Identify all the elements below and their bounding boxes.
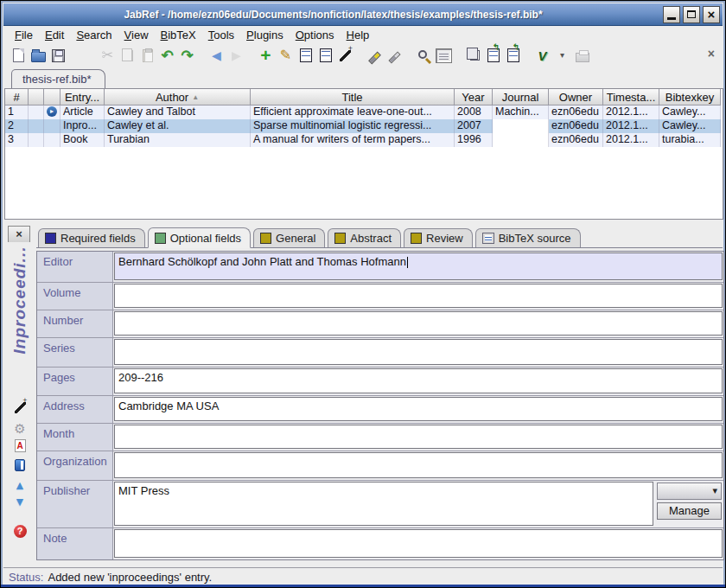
move-down-icon[interactable]: ▼ <box>3 495 36 508</box>
mark-entries-icon[interactable] <box>366 47 384 65</box>
edit-entry-icon[interactable]: ✎ <box>277 47 295 65</box>
undo-icon[interactable]: ↶ <box>158 47 176 65</box>
save-database-icon[interactable] <box>49 47 67 65</box>
edit-strings-icon[interactable] <box>316 47 334 65</box>
table-row[interactable]: 2Inpro...Cawley et al.Sparse multinomial… <box>5 119 723 133</box>
menu-item-view[interactable]: View <box>118 28 155 42</box>
editor-close-button[interactable]: × <box>8 226 30 242</box>
open-database-icon[interactable] <box>29 47 48 65</box>
menu-item-options[interactable]: Options <box>290 28 341 42</box>
save-database-as-icon[interactable] <box>69 47 87 65</box>
field-row-organization: Organization <box>37 451 723 481</box>
tab-review[interactable]: Review <box>404 228 473 247</box>
field-input-volume[interactable] <box>114 284 723 308</box>
generate-key-wand-icon[interactable] <box>3 400 36 415</box>
sort-asc-icon: ▲ <box>192 93 199 101</box>
table-header-row: #Entry...Author▲TitleYearJournalOwnerTim… <box>5 89 723 105</box>
field-input-series[interactable] <box>114 339 723 365</box>
column-header-Timesta...[interactable]: Timesta... <box>603 89 659 105</box>
move-up-icon[interactable]: ▲ <box>3 478 36 492</box>
unmark-entries-icon[interactable] <box>385 47 404 65</box>
file-tab[interactable]: thesis-ref.bib* <box>11 69 105 88</box>
field-row-address: AddressCambridge MA USA <box>37 396 723 424</box>
tab-optional-fields[interactable]: Optional fields <box>148 227 251 248</box>
menu-item-search[interactable]: Search <box>70 28 118 42</box>
column-header-Title[interactable]: Title <box>251 89 455 105</box>
forward-icon[interactable]: ▶ <box>227 47 245 65</box>
cut-icon[interactable]: ✂ <box>99 47 117 65</box>
tab-required-fields[interactable]: Required fields <box>38 228 145 247</box>
menu-item-edit[interactable]: Edit <box>39 28 70 42</box>
file-link-icon[interactable]: ▸ <box>47 106 57 117</box>
table-row[interactable]: 3BookTurabianA manual for writers of ter… <box>5 133 723 147</box>
print-entry-preview-icon[interactable] <box>573 47 591 65</box>
column-header-Year[interactable]: Year <box>455 89 493 105</box>
field-input-pages[interactable]: 209--216 <box>114 368 723 393</box>
pdf-file-icon[interactable]: A <box>3 439 36 452</box>
tab-bibtex-source[interactable]: BibTeX source <box>475 228 581 247</box>
maximize-button[interactable] <box>683 6 700 23</box>
menu-item-help[interactable]: Help <box>341 28 376 42</box>
cell-ranking <box>29 119 44 133</box>
generate-bibtex-keys-icon[interactable] <box>336 47 354 65</box>
field-input-note[interactable] <box>114 529 723 558</box>
entry-type-label-wrap: Inproceedi... <box>3 245 36 355</box>
printer-glyph <box>576 53 589 62</box>
open-url-icon[interactable] <box>504 47 522 65</box>
back-icon[interactable]: ◀ <box>207 47 226 65</box>
autoset-gear-icon[interactable]: ⚙ <box>3 421 36 437</box>
column-header-icon-1[interactable] <box>29 89 44 105</box>
field-input-publisher[interactable]: MIT Press <box>114 482 653 526</box>
tab-general[interactable]: General <box>253 228 325 247</box>
menu-item-tools[interactable]: Tools <box>202 28 240 42</box>
field-input-month[interactable] <box>114 425 723 449</box>
push-dropdown-icon[interactable]: ▾ <box>553 47 571 65</box>
new-database-icon[interactable] <box>10 47 28 65</box>
field-input-editor[interactable]: Bernhard Schölkopf and John Platt and Th… <box>114 252 723 280</box>
copy-citation-icon[interactable] <box>464 47 482 65</box>
cell-author: Cawley and Talbot <box>105 105 251 119</box>
close-button[interactable]: × <box>703 6 720 23</box>
magnifier-glyph <box>418 50 427 59</box>
search-icon[interactable] <box>415 47 433 65</box>
cell-entrytype: Book <box>60 133 105 147</box>
field-row-number: Number <box>37 310 723 338</box>
column-header-icon-2[interactable] <box>44 89 60 105</box>
field-input-organization[interactable] <box>114 452 723 478</box>
open-note-icon[interactable] <box>3 459 36 471</box>
field-input-address[interactable]: Cambridge MA USA <box>114 397 723 421</box>
column-header-#[interactable]: # <box>5 89 29 105</box>
push-to-lyx-icon[interactable]: V <box>533 47 551 65</box>
menu-item-file[interactable]: File <box>9 28 39 42</box>
move-down-icon: ▼ <box>14 495 26 508</box>
paste-icon[interactable] <box>138 47 156 65</box>
menu-item-plugins[interactable]: Plugins <box>240 28 290 42</box>
cell-timestamp: 2012.1... <box>603 105 659 119</box>
minimize-button[interactable] <box>663 6 680 23</box>
entry-editor: × Inproceedi... ⚙A▲▼? Required fieldsOpt… <box>3 224 723 567</box>
toggle-preview-icon[interactable] <box>435 47 453 65</box>
arrow-down-small-glyph: ▾ <box>560 51 564 60</box>
close-panel-icon[interactable]: × <box>708 48 715 60</box>
field-input-number[interactable] <box>114 311 723 336</box>
lyx-glyph: V <box>538 49 546 62</box>
table-row[interactable]: 1▸ArticleCawley and TalbotEfficient appr… <box>5 105 723 119</box>
cell-year: 2008 <box>455 105 493 119</box>
column-header-Owner[interactable]: Owner <box>549 89 603 105</box>
copy-icon[interactable] <box>118 47 137 65</box>
column-header-Entry...[interactable]: Entry... <box>60 89 105 105</box>
manage-button[interactable]: Manage <box>657 502 722 520</box>
field-label-note: Note <box>37 528 113 559</box>
menu-item-bibtex[interactable]: BibTeX <box>155 28 202 42</box>
column-header-Author[interactable]: Author▲ <box>105 89 251 105</box>
field-label-editor: Editor <box>37 252 113 282</box>
open-file-icon[interactable] <box>484 47 502 65</box>
edit-preamble-icon[interactable] <box>296 47 315 65</box>
publisher-dropdown[interactable] <box>657 483 722 500</box>
tab-abstract[interactable]: Abstract <box>328 228 401 247</box>
help-icon[interactable]: ? <box>3 525 36 538</box>
new-entry-icon[interactable]: + <box>257 47 275 65</box>
redo-icon[interactable]: ↷ <box>178 47 196 65</box>
column-header-Bibtexkey[interactable]: Bibtexkey <box>659 89 721 105</box>
column-header-Journal[interactable]: Journal <box>493 89 549 105</box>
